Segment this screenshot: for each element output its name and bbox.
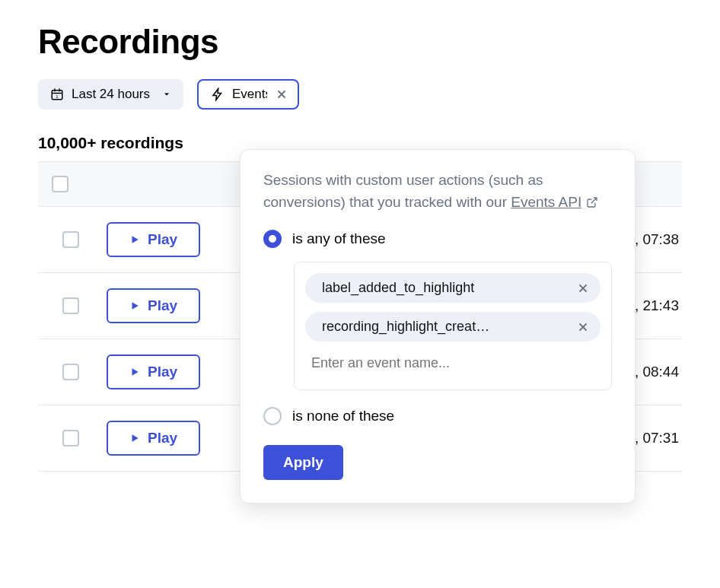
play-icon — [129, 300, 140, 311]
calendar-icon: 1 — [50, 87, 64, 101]
play-button[interactable]: Play — [107, 421, 200, 456]
close-icon[interactable] — [576, 281, 590, 295]
date-range-label: Last 24 hours — [72, 87, 150, 102]
lightning-icon — [211, 87, 225, 101]
popover-description: Sessions with custom user actions (such … — [263, 170, 612, 213]
row-checkbox[interactable] — [62, 297, 79, 314]
events-api-link[interactable]: Events API — [511, 192, 598, 214]
external-link-icon — [586, 196, 598, 208]
row-checkbox[interactable] — [62, 430, 79, 447]
event-chip-label: label_added_to_highlight — [322, 280, 474, 296]
page-title: Recordings — [38, 23, 682, 61]
play-icon — [129, 367, 140, 377]
select-all-checkbox[interactable] — [52, 176, 68, 192]
event-name-input[interactable] — [305, 351, 601, 376]
play-button[interactable]: Play — [107, 222, 200, 257]
events-filter[interactable]: Events — [197, 79, 299, 110]
radio-option-none[interactable]: is none of these — [263, 407, 612, 425]
radio-any[interactable] — [263, 230, 282, 248]
play-button[interactable]: Play — [107, 288, 200, 323]
apply-button[interactable]: Apply — [263, 445, 343, 480]
filter-bar: 1 Last 24 hours Events — [38, 79, 682, 110]
events-filter-popover: Sessions with custom user actions (such … — [240, 149, 636, 504]
play-label: Play — [148, 364, 177, 380]
event-chip-label: recording_highlight_creat… — [322, 319, 489, 335]
play-button[interactable]: Play — [107, 354, 200, 389]
radio-any-label: is any of these — [292, 230, 386, 247]
play-label: Play — [148, 297, 177, 314]
date-range-filter[interactable]: 1 Last 24 hours — [38, 79, 183, 110]
play-label: Play — [148, 231, 177, 248]
radio-none-label: is none of these — [292, 408, 394, 424]
svg-text:1: 1 — [56, 94, 59, 99]
row-checkbox[interactable] — [62, 231, 79, 248]
radio-none[interactable] — [263, 407, 282, 425]
close-icon[interactable] — [576, 320, 590, 334]
row-checkbox[interactable] — [62, 364, 79, 380]
event-chip: label_added_to_highlight — [305, 273, 601, 303]
play-label: Play — [148, 430, 177, 447]
radio-option-any[interactable]: is any of these — [263, 230, 612, 248]
play-icon — [129, 234, 140, 245]
chevron-down-icon — [162, 90, 171, 99]
selected-events-box: label_added_to_highlight recording_highl… — [294, 262, 612, 390]
event-chip: recording_highlight_creat… — [305, 312, 601, 342]
close-icon[interactable] — [275, 87, 288, 101]
events-filter-label: Events — [232, 87, 267, 102]
play-icon — [129, 433, 140, 443]
